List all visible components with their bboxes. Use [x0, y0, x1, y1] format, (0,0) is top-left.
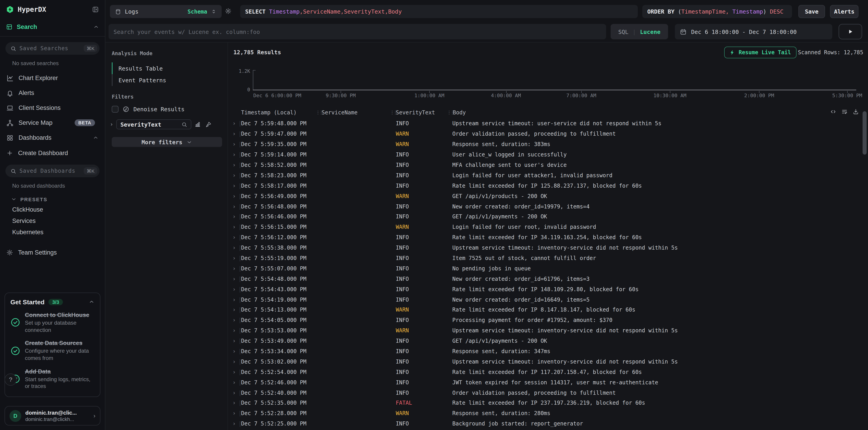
row-expand-icon[interactable]: › [232, 400, 236, 406]
log-row[interactable]: ›|Dec 7 5:58:52.000 PMINFOMFA challenge … [228, 160, 868, 170]
saved-dashboards-input[interactable]: Saved Dashboards ⌘K [5, 165, 99, 177]
preset-services[interactable]: Services [0, 215, 105, 227]
sql-toggle[interactable]: SQL [618, 28, 628, 35]
row-expand-icon[interactable]: › [232, 348, 236, 355]
log-row[interactable]: ›|Dec 7 5:54:19.000 PMINFONew order crea… [228, 294, 868, 305]
sidebar-item-team-settings[interactable]: Team Settings [0, 243, 105, 262]
log-row[interactable]: ›|Dec 7 5:58:17.000 PMINFORate limit exc… [228, 180, 868, 191]
log-row[interactable]: ›|Dec 7 5:59:35.000 PMWARNResponse sent,… [228, 139, 868, 150]
presets-toggle[interactable]: PRESETS [0, 191, 105, 204]
row-expand-icon[interactable]: › [232, 296, 236, 303]
more-filters-button[interactable]: More filters [112, 137, 222, 147]
analysis-mode-event-patterns[interactable]: Event Patterns [113, 74, 227, 86]
row-expand-icon[interactable]: › [232, 317, 236, 324]
run-query-button[interactable] [839, 24, 862, 39]
row-expand-icon[interactable]: › [232, 183, 236, 189]
query-language-toggle[interactable]: SQL | Lucene [611, 24, 668, 39]
log-row[interactable]: ›|Dec 7 5:53:49.000 PMINFOGET /api/v1/pa… [228, 336, 868, 346]
log-row[interactable]: ›|Dec 7 5:56:46.000 PMINFOGET /api/v1/pa… [228, 211, 868, 222]
row-expand-icon[interactable]: › [232, 224, 236, 230]
saved-searches-input[interactable]: Saved Searches ⌘K [5, 42, 99, 55]
log-row[interactable]: ›|Dec 7 5:55:07.000 PMINFONo pending job… [228, 263, 868, 274]
chevron-up-icon[interactable] [93, 135, 99, 141]
sidebar-item-client-sessions[interactable]: Client Sessions [0, 100, 105, 115]
log-row[interactable]: ›|Dec 7 5:59:47.000 PMWARNOrder validati… [228, 129, 868, 139]
sidebar-item-chart-explorer[interactable]: Chart Explorer [0, 70, 105, 86]
wrap-lines-icon[interactable] [841, 108, 848, 115]
log-row[interactable]: ›|Dec 7 5:56:48.000 PMINFONew order crea… [228, 201, 868, 211]
source-selector[interactable]: Logs Schema [110, 5, 222, 18]
resume-live-tail-button[interactable]: Resume Live Tail [724, 46, 796, 58]
chevron-up-icon[interactable] [89, 299, 95, 305]
row-expand-icon[interactable]: › [232, 152, 236, 158]
analysis-mode-results-table[interactable]: Results Table [113, 62, 227, 74]
drag-handle-icon[interactable]: ⋮⋮ [390, 110, 396, 115]
log-row[interactable]: ›|Dec 7 5:59:48.000 PMINFOUpstream servi… [228, 119, 868, 129]
log-row[interactable]: ›|Dec 7 5:53:02.000 PMINFOUpstream servi… [228, 357, 868, 367]
sidebar-item-search[interactable]: Search [0, 19, 105, 37]
column-header-severitytext[interactable]: SeverityText [396, 109, 435, 116]
row-expand-icon[interactable]: › [232, 307, 236, 313]
row-expand-icon[interactable]: › [232, 255, 236, 261]
histogram-bars[interactable] [254, 70, 856, 90]
row-expand-icon[interactable]: › [232, 131, 236, 137]
row-expand-icon[interactable]: › [232, 286, 236, 292]
row-expand-icon[interactable]: › [232, 359, 236, 365]
sidebar-item-alerts[interactable]: Alerts [0, 86, 105, 100]
denoise-results-option[interactable]: Denoise Results [112, 106, 221, 112]
histogram-plot[interactable]: 1.2K 0 [253, 70, 856, 90]
log-row[interactable]: ›|Dec 7 5:52:35.000 PMFATALRate limit ex… [228, 398, 868, 408]
log-row[interactable]: ›|Dec 7 5:56:49.000 PMWARNGET /api/v1/pr… [228, 191, 868, 201]
log-row[interactable]: ›|Dec 7 5:55:38.000 PMINFOUpstream servi… [228, 242, 868, 253]
row-expand-icon[interactable]: › [232, 162, 236, 168]
log-row[interactable]: ›|Dec 7 5:54:05.000 PMINFOProcessing pay… [228, 315, 868, 326]
user-menu[interactable]: D dominic.tran@clic... dominic.tran@clic… [4, 406, 100, 426]
row-expand-icon[interactable]: › [232, 410, 236, 417]
get-started-item[interactable]: Create Data SourcesConfigure where your … [10, 339, 95, 362]
row-expand-icon[interactable]: › [232, 369, 236, 375]
order-by-input[interactable]: ORDER BY (TimestampTime, Timestamp) DESC [642, 5, 792, 18]
column-header-timestamp-local-[interactable]: Timestamp (Local) [241, 109, 297, 116]
log-row[interactable]: ›|Dec 7 5:54:13.000 PMWARNRate limit exc… [228, 305, 868, 315]
row-expand-icon[interactable]: › [232, 203, 236, 209]
row-expand-icon[interactable]: › [232, 328, 236, 334]
lucene-toggle[interactable]: Lucene [640, 28, 660, 35]
search-icon[interactable] [181, 122, 187, 127]
sidebar-item-dashboards[interactable]: Dashboards [0, 130, 105, 145]
row-expand-icon[interactable]: › [232, 379, 236, 386]
drag-handle-icon[interactable]: ⋮⋮ [316, 110, 322, 115]
row-expand-icon[interactable]: › [232, 193, 236, 199]
log-row[interactable]: ›|Dec 7 5:54:43.000 PMINFORate limit exc… [228, 284, 868, 295]
help-button[interactable]: ? [4, 373, 17, 386]
log-row[interactable]: ›|Dec 7 5:52:40.000 PMINFOOrder validati… [228, 388, 868, 398]
row-expand-icon[interactable]: › [232, 244, 236, 251]
log-row[interactable]: ›|Dec 7 5:52:54.000 PMINFORate limit exc… [228, 367, 868, 377]
row-expand-icon[interactable]: › [232, 338, 236, 344]
get-started-item[interactable]: Add DataStart sending logs, metrics, or … [10, 368, 95, 390]
log-row[interactable]: ›|Dec 7 5:54:48.000 PMINFONew order crea… [228, 274, 868, 284]
row-expand-icon[interactable]: › [232, 390, 236, 396]
expand-source-icon[interactable] [830, 108, 836, 115]
log-row[interactable]: ›|Dec 7 5:55:19.000 PMINFOItem 7525 out … [228, 253, 868, 263]
pin-icon[interactable] [205, 121, 212, 128]
select-query-input[interactable]: SELECT Timestamp,ServiceName,SeverityTex… [240, 5, 638, 18]
row-expand-icon[interactable]: › [232, 276, 236, 282]
download-icon[interactable] [852, 108, 859, 115]
lucene-search-input[interactable]: Search your events w/ Lucene ex. column:… [108, 24, 606, 39]
log-row[interactable]: ›|Dec 7 5:52:46.000 PMINFOJWT token expi… [228, 377, 868, 388]
severity-facet[interactable]: SeverityText [116, 119, 191, 129]
column-header-servicename[interactable]: ServiceName [321, 109, 358, 116]
preset-clickhouse[interactable]: ClickHouse [0, 204, 105, 215]
create-dashboard-button[interactable]: Create Dashboard [0, 145, 105, 159]
sidebar-collapse-icon[interactable] [92, 6, 99, 13]
query-settings-gear-icon[interactable] [225, 8, 231, 14]
denoise-checkbox[interactable] [112, 106, 119, 112]
row-expand-icon[interactable]: › [232, 265, 236, 272]
row-expand-icon[interactable]: › [232, 121, 236, 127]
vertical-scrollbar[interactable] [863, 111, 867, 155]
get-started-header[interactable]: Get Started 3/3 [10, 298, 95, 305]
sidebar-item-service-map[interactable]: Service MapBETA [0, 115, 105, 130]
log-row[interactable]: ›|Dec 7 5:59:14.000 PMINFOUser alice_w l… [228, 150, 868, 160]
row-expand-icon[interactable]: › [232, 141, 236, 147]
alerts-button[interactable]: Alerts [830, 5, 859, 18]
